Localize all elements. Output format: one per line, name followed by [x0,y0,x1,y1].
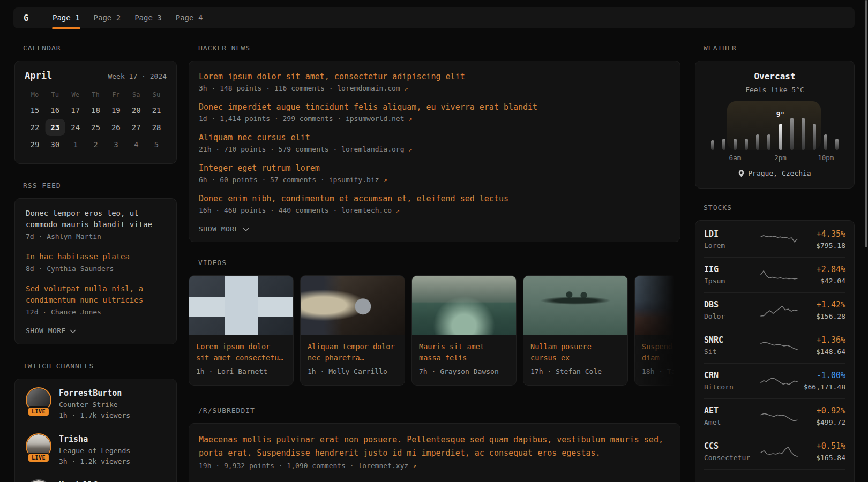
stock-ticker[interactable]: SNRC [704,335,760,345]
stock-row[interactable]: LDI Lorem +4.35% $795.18 [704,222,845,257]
video-title[interactable]: Suspendisse diam [642,341,680,364]
hn-item-title[interactable]: Donec enim nibh, condimentum et accumsan… [199,193,670,205]
external-link-icon[interactable]: ↗ [405,85,408,92]
weather-hour-cell [820,134,832,150]
stock-row[interactable]: DBS Dolor +1.42% $156.28 [704,292,845,328]
avatar: LIVE [26,433,51,459]
calendar-day[interactable]: 18 [86,102,106,119]
video-card[interactable]: Nullam posuere cursus ex 17h · Stefan Co… [523,275,628,386]
stock-ticker[interactable]: CRN [704,371,760,380]
calendar-day[interactable]: 21 [146,102,167,119]
stock-ticker[interactable]: CCS [704,441,760,451]
stock-ticker[interactable]: LDI [704,229,760,239]
video-thumbnail[interactable] [412,276,516,335]
calendar-day[interactable]: 17 [65,102,86,119]
stock-row[interactable]: IIG Ipsum +2.84% $42.04 [704,257,845,292]
weather-axis: 6am2pm10pm [707,154,843,162]
calendar-day[interactable]: 27 [126,119,146,136]
video-card[interactable]: Aliquam tempor dolor nec pharetra… 1h · … [300,275,405,386]
rss-item-title[interactable]: Sed volutpat nulla nisl, a condimentum n… [26,283,166,306]
stock-row[interactable]: AHS +0.46% [704,469,845,482]
external-link-icon[interactable]: ↗ [413,462,416,470]
video-thumbnail[interactable] [523,276,627,335]
scrollbar-thumb[interactable] [865,0,867,247]
channel-name[interactable]: ForrestBurton [59,388,130,398]
weather-axis-label: 6am [729,154,742,162]
calendar-day[interactable]: 1 [65,136,86,153]
tab-page-3[interactable]: Page 3 [128,7,169,28]
video-title[interactable]: Aliquam tempor dolor nec pharetra… [308,341,398,364]
hn-item-meta: 6h · 60 points · 57 comments · ipsumify.… [199,174,670,186]
external-link-icon[interactable]: ↗ [408,115,412,123]
video-title[interactable]: Lorem ipsum dolor sit amet consectetu… [196,341,286,364]
channel-name[interactable]: Trisha [59,434,130,445]
hn-item-title[interactable]: Donec imperdiet augue tincidunt felis al… [199,101,670,113]
calendar-day[interactable]: 24 [65,119,86,136]
app-logo[interactable]: G [13,7,39,28]
calendar-day[interactable]: 5 [146,136,167,153]
tab-label: Page 1 [53,13,80,22]
calendar-day[interactable]: 3 [106,136,126,153]
hn-item: Donec imperdiet augue tincidunt felis al… [199,101,670,125]
video-thumbnail[interactable] [301,276,405,335]
tab-page-4[interactable]: Page 4 [169,7,210,28]
hn-meta-text: 6h · 60 points · 57 comments · ipsumify.… [199,176,383,184]
video-title[interactable]: Nullam posuere cursus ex [530,341,620,364]
calendar-day[interactable]: 30 [45,136,65,153]
weather-bar-current [779,124,782,150]
rss-item: Donec tempor eros leo, ut commodo mauris… [26,208,166,242]
stock-name: Bitcorn [704,383,760,391]
rss-show-more-button[interactable]: SHOW MORE [26,327,166,335]
weather-hour-cell [797,118,809,150]
video-card[interactable]: Mauris sit amet massa felis 7h · Grayson… [411,275,517,386]
page-scrollbar[interactable] [865,0,867,482]
rss-item-title[interactable]: Donec tempor eros leo, ut commodo mauris… [26,208,166,230]
weather-bar [756,134,759,150]
calendar-weekday: Mo [25,88,45,102]
stock-ticker[interactable]: AET [704,406,760,416]
tab-page-2[interactable]: Page 2 [87,7,128,28]
calendar-day-selected[interactable]: 23 [45,119,65,136]
hn-item-title[interactable]: Lorem ipsum dolor sit amet, consectetur … [199,71,670,82]
calendar-day[interactable]: 4 [126,136,146,153]
hn-show-more-button[interactable]: SHOW MORE [199,225,670,233]
calendar-day[interactable]: 25 [86,119,106,136]
calendar-day[interactable]: 22 [25,119,45,136]
rss-item-title[interactable]: In hac habitasse platea [26,251,166,262]
calendar-day[interactable]: 26 [106,119,126,136]
tab-page-1[interactable]: Page 1 [46,7,87,28]
stock-row[interactable]: CRN Bitcorn -1.00% $66,171.48 [704,363,845,398]
video-card[interactable]: Lorem ipsum dolor sit amet consectetu… 1… [189,275,294,386]
calendar-day[interactable]: 28 [146,119,167,136]
external-link-icon[interactable]: ↗ [383,176,387,184]
stock-row[interactable]: SNRC Sit +1.36% $148.64 [704,328,845,363]
stock-row[interactable]: AET Amet +0.92% $499.72 [704,398,845,434]
stocks-widget-label: STOCKS [704,204,855,212]
calendar-day[interactable]: 2 [86,136,106,153]
rss-item: Sed volutpat nulla nisl, a condimentum n… [26,283,166,318]
calendar-day[interactable]: 15 [25,102,45,119]
twitch-channel-row[interactable]: LIVE ForrestBurton Counter-Strike 1h · 1… [26,387,166,421]
calendar-day[interactable]: 20 [126,102,146,119]
calendar-day[interactable]: 19 [106,102,126,119]
hn-item-title[interactable]: Integer eget rutrum lorem [199,162,670,174]
stock-ticker[interactable]: IIG [704,265,760,274]
external-link-icon[interactable]: ↗ [408,146,412,153]
stock-row[interactable]: CCS Consectetur +0.51% $165.84 [704,434,845,469]
video-thumbnail[interactable] [635,276,680,335]
hn-item-meta: 3h · 148 points · 116 comments · loremdo… [199,82,670,94]
video-card[interactable]: Suspendisse diam 18h · Tara [634,275,680,386]
subreddit-post-title[interactable]: Maecenas mollis pulvinar erat non posuer… [199,433,670,460]
twitch-channel-row[interactable]: LIVE Trisha League of Legends 3h · 1.2k … [26,433,166,467]
video-thumbnail[interactable] [189,276,293,335]
hn-meta-text: 16h · 468 points · 440 comments · loremt… [199,206,396,214]
hn-item-title[interactable]: Aliquam nec cursus elit [199,132,670,144]
stock-change: +4.35% [816,229,845,239]
calendar-day[interactable]: 29 [25,136,45,153]
weather-hourly-chart: 9° [707,99,843,150]
stock-ticker[interactable]: DBS [704,300,760,310]
video-title[interactable]: Mauris sit amet massa felis [419,341,509,364]
external-link-icon[interactable]: ↗ [396,207,400,214]
calendar-day[interactable]: 16 [45,102,65,119]
twitch-channel-row[interactable]: KendallCarr [26,479,166,482]
